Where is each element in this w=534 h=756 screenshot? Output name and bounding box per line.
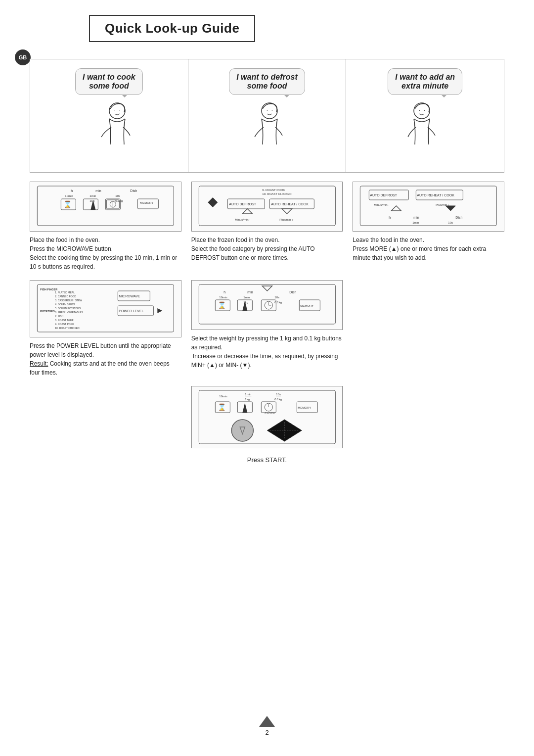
svg-text:10s: 10s <box>274 296 279 299</box>
svg-rect-92 <box>199 390 335 444</box>
extra-col-1: AUTO DEFROST AUTO REHEAT / COOK Minus/mi… <box>353 182 504 262</box>
defrost-person <box>245 100 289 164</box>
svg-text:MEMORY: MEMORY <box>300 304 313 307</box>
svg-text:1kg: 1kg <box>243 301 248 304</box>
defrost-device-2: h min Dish 10min 1min 10s 1kg 0.1kg ⌛ <box>191 280 343 330</box>
svg-text:9. ROAST PORK: 9. ROAST PORK <box>55 323 74 326</box>
triangle-icon <box>259 716 275 727</box>
svg-text:h: h <box>71 189 73 192</box>
svg-text:⌛: ⌛ <box>63 200 72 209</box>
svg-text:10s: 10s <box>115 194 120 197</box>
svg-text:9. ROAST PORK: 9. ROAST PORK <box>262 189 285 191</box>
svg-text:Plus/min +: Plus/min + <box>279 218 294 221</box>
svg-point-0 <box>109 103 125 119</box>
page-title: Quick Look-up Guide <box>105 21 239 36</box>
svg-text:MEMORY: MEMORY <box>140 201 153 204</box>
svg-marker-37 <box>282 209 292 214</box>
cook-instr-2: Press the POWER LEVEL button until the a… <box>30 341 181 377</box>
svg-marker-36 <box>242 209 252 214</box>
svg-text:CLOCK: CLOCK <box>265 412 275 415</box>
page: GB Quick Look-up Guide I want to cook so… <box>0 0 534 756</box>
svg-text:⌛: ⌛ <box>218 301 226 310</box>
defrost-col-2: h min Dish 10min 1min 10s 1kg 0.1kg ⌛ <box>191 280 343 370</box>
svg-text:0.1kg: 0.1kg <box>274 398 282 401</box>
svg-text:10. ROAST CHICKEN: 10. ROAST CHICKEN <box>262 192 291 195</box>
svg-text:min: min <box>414 216 419 219</box>
svg-text:1kg: 1kg <box>89 199 94 202</box>
defrost-col-3: 10min 1min 10s 1kg 0.1kg ⌛ CLO <box>191 386 343 465</box>
extra-instr-1: Leave the food in the oven. Press MORE (… <box>353 236 504 262</box>
svg-text:1min: 1min <box>243 296 250 299</box>
defrost-device-3: 10min 1min 10s 1kg 0.1kg ⌛ CLO <box>191 386 343 448</box>
svg-line-8 <box>424 110 425 111</box>
illustrations-row: I want to cook some food <box>30 59 504 173</box>
svg-text:2. CANNED FOOD: 2. CANNED FOOD <box>55 295 76 298</box>
svg-text:AUTO DEFROST: AUTO DEFROST <box>229 202 256 206</box>
instructions-row-1: h min Dish 10min 1min 10s 1kg 0.1kg ⌛ <box>30 182 504 271</box>
svg-text:1min: 1min <box>245 393 251 396</box>
svg-text:6. FRESH VEGETABLES: 6. FRESH VEGETABLES <box>55 311 83 314</box>
svg-text:AUTO REHEAT / COOK: AUTO REHEAT / COOK <box>271 202 309 206</box>
svg-text:1min: 1min <box>413 221 419 224</box>
svg-text:5. BOILED POTATOES: 5. BOILED POTATOES <box>55 307 81 310</box>
svg-text:Dish: Dish <box>130 189 137 192</box>
illus-cook: I want to cook some food <box>30 59 188 173</box>
title-box: Quick Look-up Guide <box>89 15 255 42</box>
page-number: 2 <box>265 729 268 736</box>
svg-point-3 <box>262 103 277 119</box>
cook-bubble: I want to cook some food <box>75 68 143 95</box>
svg-marker-102 <box>242 403 247 413</box>
defrost-device-1: 9. ROAST PORK 10. ROAST CHICKEN AUTO DEF… <box>191 182 343 232</box>
svg-text:1. PLATED MEAL: 1. PLATED MEAL <box>55 291 75 294</box>
extra-bubble: I want to add an extra minute <box>388 68 462 95</box>
svg-text:1min: 1min <box>89 194 96 197</box>
svg-text:4. SOUP / SAUCE: 4. SOUP / SAUCE <box>55 303 76 306</box>
press-start-text: Press START. <box>247 455 287 465</box>
svg-text:MEMORY: MEMORY <box>298 406 311 409</box>
svg-marker-48 <box>446 206 456 211</box>
svg-line-5 <box>271 110 272 111</box>
svg-text:h: h <box>223 290 225 294</box>
defrost-col-1: 9. ROAST PORK 10. ROAST CHICKEN AUTO DEF… <box>191 182 343 262</box>
svg-line-4 <box>267 110 267 111</box>
page-number-area: 2 <box>259 716 275 736</box>
extra-device-1: AUTO DEFROST AUTO REHEAT / COOK Minus/mi… <box>353 182 504 232</box>
svg-text:10s: 10s <box>276 393 281 396</box>
svg-text:min: min <box>247 290 253 294</box>
svg-text:AUTO DEFROST: AUTO DEFROST <box>370 193 398 197</box>
svg-text:Dish: Dish <box>456 216 463 219</box>
svg-text:7. FISH: 7. FISH <box>55 315 63 318</box>
illus-extra: I want to add an extra minute <box>346 59 504 173</box>
cook-col-1: h min Dish 10min 1min 10s 1kg 0.1kg ⌛ <box>30 182 181 271</box>
cook-person <box>87 100 131 164</box>
svg-text:Dish: Dish <box>289 290 296 294</box>
svg-text:10min: 10min <box>219 296 227 299</box>
svg-line-2 <box>119 110 120 111</box>
svg-text:10min: 10min <box>219 395 227 398</box>
svg-text:3. CASSEROLE / STEW: 3. CASSEROLE / STEW <box>55 299 82 302</box>
svg-point-6 <box>414 103 430 119</box>
svg-text:h: h <box>389 216 391 219</box>
cook-instr-1: Place the food in the oven. Press the MI… <box>30 236 181 271</box>
svg-text:1kg: 1kg <box>245 398 250 401</box>
instructions-row-2: FISH FINGER POTATOES 1. PLATED MEAL 2. C… <box>30 280 504 377</box>
gb-badge: GB <box>15 49 31 65</box>
svg-text:8. ROAST BEEF: 8. ROAST BEEF <box>55 319 73 322</box>
svg-text:10min: 10min <box>65 194 73 197</box>
svg-text:AUTO REHEAT / COOK: AUTO REHEAT / COOK <box>417 193 455 197</box>
cook-device-1: h min Dish 10min 1min 10s 1kg 0.1kg ⌛ <box>30 182 181 232</box>
svg-text:MICROWAVE: MICROWAVE <box>119 294 140 298</box>
defrost-instr-1: Place the frozen food in the oven. Selec… <box>191 236 343 262</box>
svg-text:0.1kg: 0.1kg <box>274 301 282 304</box>
svg-text:10s: 10s <box>448 221 453 224</box>
illus-defrost: I want to defrost some food <box>188 59 347 173</box>
svg-text:Minus/min -: Minus/min - <box>374 203 390 206</box>
svg-marker-31 <box>208 197 218 207</box>
svg-text:10. ROAST CHICKEN: 10. ROAST CHICKEN <box>55 327 80 330</box>
cook-device-2: FISH FINGER POTATOES 1. PLATED MEAL 2. C… <box>30 280 181 337</box>
svg-marker-47 <box>392 206 401 211</box>
cook-col-2: FISH FINGER POTATOES 1. PLATED MEAL 2. C… <box>30 280 181 377</box>
extra-person <box>403 100 447 164</box>
svg-marker-71 <box>157 308 162 313</box>
svg-text:POTATOES: POTATOES <box>40 310 55 313</box>
